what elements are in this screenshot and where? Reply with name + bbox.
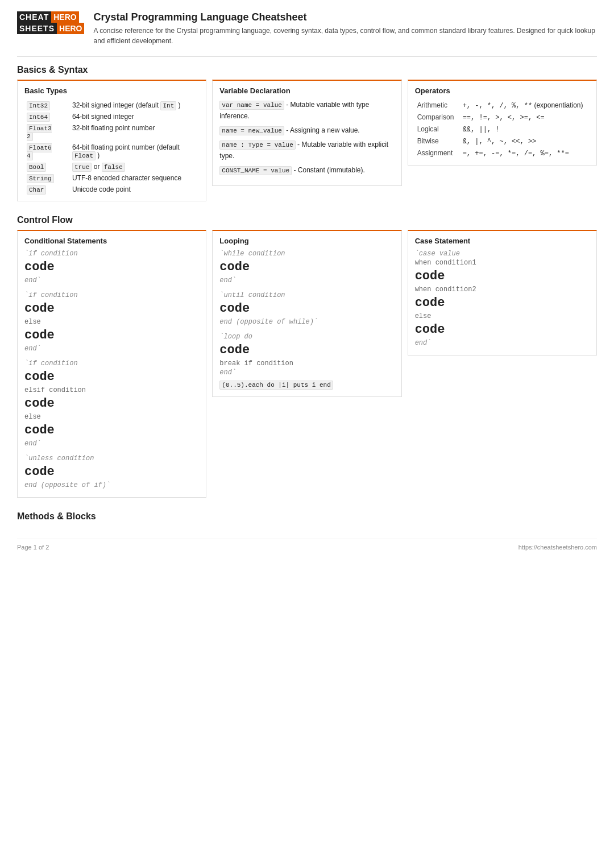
case-card: Case Statement `case value when conditio… [408, 230, 597, 356]
loop-end: end` [219, 369, 394, 377]
type-float32: Float32 [27, 124, 52, 141]
op-label-assignment: Assignment [415, 147, 460, 159]
if-code-3c: code [24, 423, 199, 437]
looping-card: Looping `while condition code end` `unti… [212, 230, 401, 397]
table-row: Bitwise &, |, ^, ~, <<, >> [415, 135, 590, 147]
op-label-bitwise: Bitwise [415, 135, 460, 147]
case-col: Case Statement `case value when conditio… [408, 230, 597, 503]
basics-syntax-columns: Basic Types Int32 32-bit signed integer … [17, 80, 597, 207]
else-line-2: else [24, 318, 199, 326]
break-line: break if condition [219, 359, 394, 367]
conditional-title: Conditional Statements [24, 237, 199, 245]
if-code-2b: code [24, 328, 199, 342]
type-float32-desc: 32-bit floating point number [70, 122, 199, 142]
section-methods-blocks: Methods & Blocks [17, 511, 597, 522]
basic-types-col: Basic Types Int32 32-bit signed integer … [17, 80, 212, 207]
unless-end: end (opposite of if)` [24, 481, 199, 489]
case-line: `case value [415, 250, 590, 258]
loop-block: `loop do code break if condition end` (0… [219, 333, 394, 388]
while-line: `while condition [219, 250, 394, 258]
type-float64: Float64 [27, 143, 52, 160]
var-line-1: var name = value - Mutable variable with… [219, 100, 394, 122]
table-row: Bool true or false [24, 161, 199, 172]
if-end-2: end` [24, 345, 199, 353]
type-string-desc: UTF-8 encoded character sequence [70, 172, 199, 184]
when1-line: when condition1 [415, 259, 590, 267]
page-header: CHEAT HERO SHEETS HERO Crystal Programmi… [17, 11, 597, 46]
loop-code: code [219, 343, 394, 357]
if-line-2: `if condition [24, 291, 199, 299]
type-int64-desc: 64-bit signed integer [70, 111, 199, 122]
unless-block: `unless condition code end (opposite of … [24, 454, 199, 489]
footer-link[interactable]: https://cheatsheetshero.com [518, 544, 597, 551]
basic-types-title: Basic Types [24, 86, 199, 95]
if-line-3: `if condition [24, 359, 199, 367]
logo: CHEAT HERO SHEETS HERO [17, 11, 84, 34]
op-label-comparison: Comparison [415, 111, 460, 123]
op-vals-arithmetic: +, -, *, /, %, ** (exponentiation) [460, 100, 590, 111]
case-code-2: code [415, 296, 590, 310]
op-vals-logical: &&, ||, ! [460, 123, 590, 135]
section-basics-syntax: Basics & Syntax [17, 65, 597, 75]
var-decl-title: Variable Declaration [219, 86, 394, 95]
if-block-2: `if condition code else code end` [24, 291, 199, 353]
operators-card: Operators Arithmetic +, -, *, /, %, ** (… [408, 80, 597, 166]
type-int32: Int32 [27, 101, 50, 110]
op-vals-assignment: =, +=, -=, *=, /=, %=, **= [460, 147, 590, 159]
type-float64-desc: 64-bit floating point number (default Fl… [70, 142, 199, 161]
table-row: Int64 64-bit signed integer [24, 111, 199, 122]
table-row: Logical &&, ||, ! [415, 123, 590, 135]
operators-table: Arithmetic +, -, *, /, %, ** (exponentia… [415, 100, 590, 159]
if-block-3: `if condition code elsif condition code … [24, 359, 199, 448]
if-code-1: code [24, 260, 199, 274]
operators-col: Operators Arithmetic +, -, *, /, %, ** (… [408, 80, 597, 207]
if-end-3: end` [24, 440, 199, 448]
logo-cheat: CHEAT [17, 11, 51, 23]
conditional-card: Conditional Statements `if condition cod… [17, 230, 206, 498]
table-row: Int32 32-bit signed integer (default Int… [24, 100, 199, 111]
op-label-arithmetic: Arithmetic [415, 100, 460, 111]
logo-sheets: SHEETS [17, 23, 57, 34]
table-row: Float32 32-bit floating point number [24, 122, 199, 142]
basic-types-card: Basic Types Int32 32-bit signed integer … [17, 80, 206, 201]
header-divider [17, 56, 597, 57]
type-bool-desc: true or false [70, 161, 199, 172]
table-row: Comparison ==, !=, >, <, >=, <= [415, 111, 590, 123]
unless-code: code [24, 465, 199, 479]
table-row: Float64 64-bit floating point number (de… [24, 142, 199, 161]
case-title: Case Statement [415, 237, 590, 245]
table-row: String UTF-8 encoded character sequence [24, 172, 199, 184]
section-control-flow: Control Flow [17, 215, 597, 225]
unless-line: `unless condition [24, 454, 199, 462]
type-char: Char [27, 185, 46, 195]
while-end: end` [219, 276, 394, 284]
type-int32-desc: 32-bit signed integer (default Int ) [70, 100, 199, 111]
while-code: code [219, 260, 394, 274]
var-line-3: name : Type = value - Mutable variable w… [219, 139, 394, 162]
page-title: Crystal Programming Language Cheatsheet [93, 11, 597, 23]
var-line-4: CONST_NAME = value - Constant (immutable… [219, 165, 394, 176]
var-decl-card: Variable Declaration var name = value - … [212, 80, 401, 186]
type-string: String [27, 174, 54, 183]
header-text: Crystal Programming Language Cheatsheet … [93, 11, 597, 46]
looping-title: Looping [219, 237, 394, 245]
when2-line: when condition2 [415, 286, 590, 294]
op-vals-comparison: ==, !=, >, <, >=, <= [460, 111, 590, 123]
type-char-desc: Unicode code point [70, 184, 199, 195]
type-bool: Bool [27, 163, 46, 172]
op-label-logical: Logical [415, 123, 460, 135]
elsif-line-3: elsif condition [24, 386, 199, 394]
case-block: `case value when condition1 code when co… [415, 250, 590, 347]
if-code-3b: code [24, 396, 199, 411]
loop-line: `loop do [219, 333, 394, 341]
table-row: Arithmetic +, -, *, /, %, ** (exponentia… [415, 100, 590, 111]
until-line: `until condition [219, 291, 394, 299]
page-footer: Page 1 of 2 https://cheatsheetshero.com [17, 539, 597, 551]
if-block-1: `if condition code end` [24, 250, 199, 284]
if-end-1: end` [24, 276, 199, 284]
page-description: A concise reference for the Crystal prog… [93, 26, 597, 46]
looping-col: Looping `while condition code end` `unti… [212, 230, 407, 503]
until-end: end (opposite of while)` [219, 318, 394, 326]
else-line-3: else [24, 413, 199, 421]
logo-hero-top: HERO [51, 11, 78, 23]
